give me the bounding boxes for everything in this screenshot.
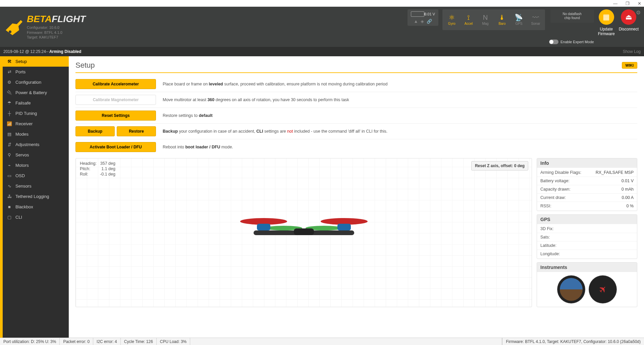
svg-point-0 (9, 30, 11, 33)
sidebar-item-failsafe[interactable]: ☂Failsafe (3, 98, 69, 108)
window-maximize[interactable]: ❐ (626, 1, 630, 6)
mag-icon: N (483, 14, 488, 21)
cpu-load: CPU Load: 3% (157, 338, 190, 345)
toggle-switch-icon[interactable] (549, 40, 558, 44)
sidebar-item-configuration[interactable]: ⚙Configuration (3, 77, 69, 87)
panel-row: Sats: (537, 233, 637, 241)
panel-row: Latitude: (537, 241, 637, 250)
nav-icon: ▢ (7, 215, 12, 220)
restore-button[interactable]: Restore (117, 126, 156, 136)
model-preview: Heading:357 deg Pitch:1.1 deg Roll:-0.1 … (75, 158, 532, 307)
nav-label: Adjustments (15, 142, 40, 147)
sensor-mag: NMag (477, 11, 493, 29)
sensor-gyro: ⚛Gyro (444, 11, 460, 29)
gyro-icon: ⚛ (449, 14, 455, 21)
panel-row: Current draw:0.00 A (537, 193, 637, 202)
nav-label: Motors (15, 163, 29, 168)
warning-icon: ▲ (414, 19, 418, 24)
nav-icon: ⌁ (7, 163, 12, 168)
baro-icon: 🌡 (499, 14, 505, 21)
sidebar-item-setup[interactable]: 🛠Setup (3, 56, 69, 67)
sidebar-item-blackbox[interactable]: ■Blackbox (3, 202, 69, 212)
gps-panel: GPS 3D Fix:Sats:Latitude:Longitude: (537, 214, 637, 259)
firmware-info: Firmware: BTFL 4.1.0, Target: KAKUTEF7, … (502, 338, 644, 345)
nav-label: OSD (15, 173, 25, 178)
port-utilization: Port utilization: D: 25% U: 3% (0, 338, 60, 345)
reset-z-axis-button[interactable]: Reset Z axis, offset: 0 deg (471, 161, 528, 170)
sidebar-item-osd[interactable]: ▭OSD (3, 170, 69, 181)
battery-voltage: 0.01 V (424, 12, 435, 16)
i2c-error: I2C error: 4 (93, 338, 121, 345)
sidebar-item-sensors[interactable]: ∿Sensors (3, 181, 69, 191)
timestamp: 2019-08-12 @ 12:25:24 (3, 49, 46, 54)
sidebar-item-ports[interactable]: ⇄Ports (3, 67, 69, 77)
nav-label: Ports (15, 69, 25, 74)
window-minimize[interactable]: — (613, 1, 618, 6)
sidebar-item-power-battery[interactable]: 🔌Power & Battery (3, 87, 69, 98)
calibrate-magnetometer-desc: Move multirotor at least 360 degrees on … (163, 97, 349, 102)
sidebar-nav: 🛠Setup⇄Ports⚙Configuration🔌Power & Batte… (0, 56, 69, 338)
svg-rect-6 (337, 224, 351, 230)
nav-icon: 🛠 (7, 59, 12, 64)
nav-icon: 🔌 (7, 90, 12, 95)
nav-label: Sensors (15, 184, 32, 189)
backup-desc: Backup your configuration in case of an … (163, 129, 387, 134)
update-firmware-button[interactable]: ▦ Update Firmware (598, 9, 615, 36)
panel-row: 3D Fix: (537, 225, 637, 233)
backup-button[interactable]: Backup (75, 126, 115, 136)
info-panel-header: Info (537, 158, 637, 168)
panel-row: Arming Disable Flags:RX_FAILSAFE MSP (537, 168, 637, 177)
header: ⚙ BETAFLIGHT Configurator: 10.6.0 Firmwa… (0, 7, 644, 47)
sidebar-item-servos[interactable]: ⚲Servos (3, 150, 69, 160)
packet-error: Packet error: 0 (60, 338, 93, 345)
nav-icon: 📶 (7, 121, 12, 126)
nav-icon: ⚲ (7, 152, 12, 157)
settings-gear-icon[interactable]: ⚙ (636, 9, 641, 16)
calibrate-accelerometer-button[interactable]: Calibrate Accelerometer (75, 79, 156, 89)
nav-icon: ⇵ (7, 142, 12, 147)
nav-icon: ☂ (7, 100, 12, 106)
compass-gauge (589, 275, 617, 303)
panel-row: RSSI:0 % (537, 202, 637, 210)
expert-mode-toggle[interactable]: Enable Expert Mode (549, 40, 594, 44)
instruments-panel-header: Instruments (537, 263, 637, 272)
version-info: Configurator: 10.6.0 Firmware: BTFL 4.1.… (27, 25, 86, 40)
sidebar-item-tethered-logging[interactable]: 🖧Tethered Logging (3, 191, 69, 202)
gps-panel-header: GPS (537, 215, 637, 224)
activate-bootloader-button[interactable]: Activate Boot Loader / DFU (75, 142, 156, 152)
calibrate-accelerometer-desc: Place board or frame on leveled surface,… (163, 82, 388, 86)
nav-label: Configuration (15, 80, 41, 85)
nav-label: Receiver (15, 121, 33, 126)
sensor-accel: ⟟Accel (461, 11, 477, 29)
accel-icon: ⟟ (467, 14, 470, 21)
sidebar-item-cli[interactable]: ▢CLI (3, 212, 69, 222)
arming-status-bar: 2019-08-12 @ 12:25:24 -- Arming Disabled… (0, 47, 644, 56)
wiki-button[interactable]: WIKI (622, 62, 637, 69)
accent-divider (75, 72, 637, 73)
sidebar-item-adjustments[interactable]: ⇵Adjustments (3, 139, 69, 150)
logo-block: BETAFLIGHT Configurator: 10.6.0 Firmware… (4, 14, 86, 40)
content-area: Setup WIKI Calibrate Accelerometer Place… (69, 56, 644, 338)
reset-settings-desc: Restore settings to default (163, 113, 213, 118)
nav-icon: ∿ (7, 184, 12, 189)
reset-settings-button[interactable]: Reset Settings (75, 111, 156, 121)
sensor-baro: 🌡Baro (494, 11, 510, 29)
info-panel: Info Arming Disable Flags:RX_FAILSAFE MS… (537, 158, 637, 211)
window-close[interactable]: ✕ (638, 1, 641, 6)
nav-icon: 🖧 (7, 194, 12, 199)
panel-row: Battery voltage:0.01 V (537, 177, 637, 185)
parachute-icon: ◈ (421, 19, 424, 24)
sidebar-item-modes[interactable]: ▤Modes (3, 129, 69, 139)
show-log-link[interactable]: Show Log (623, 49, 641, 54)
sidebar-item-receiver[interactable]: 📶Receiver (3, 119, 69, 129)
expert-mode-label: Enable Expert Mode (560, 40, 594, 44)
panel-row: Longitude: (537, 250, 637, 258)
battery-indicator: 0.01 V ▲ ◈ 🔗 (408, 9, 438, 26)
sidebar-item-pid-tuning[interactable]: ┼PID Tuning (3, 108, 69, 119)
bootloader-desc: Reboot into boot loader / DFU mode. (163, 145, 233, 149)
nav-label: Power & Battery (15, 90, 47, 95)
chip-icon: ▦ (599, 9, 614, 25)
usb-icon: ⏏ (621, 9, 636, 25)
sidebar-item-motors[interactable]: ⌁Motors (3, 160, 69, 170)
nav-label: Blackbox (15, 204, 33, 209)
